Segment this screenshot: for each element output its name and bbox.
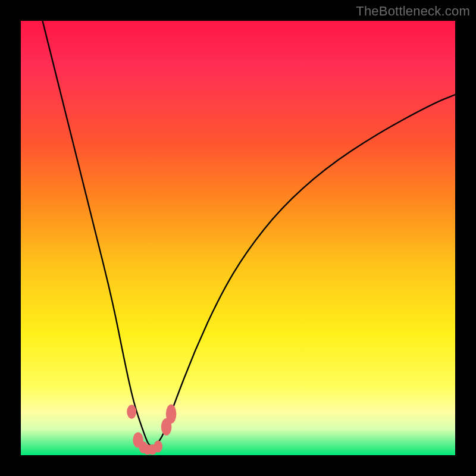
curve-marker-7 [166, 405, 177, 424]
curve-marker-0 [127, 405, 136, 418]
plot-area [21, 21, 455, 455]
chart-frame: TheBottleneck.com [0, 0, 476, 476]
watermark-branding: TheBottleneck.com [356, 4, 470, 19]
curve-marker-5 [154, 440, 162, 452]
curve-markers [21, 21, 455, 455]
